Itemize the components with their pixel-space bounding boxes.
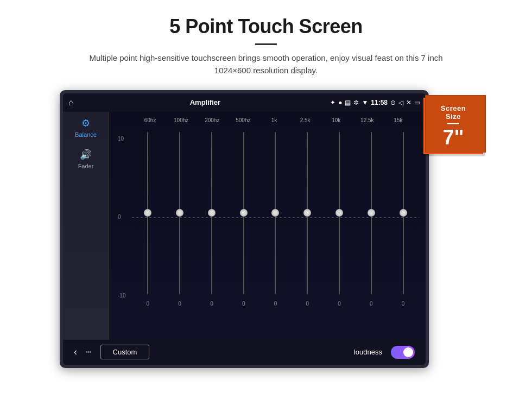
slider-val-7: 0 — [338, 301, 341, 307]
status-time: 11:58 — [371, 99, 388, 106]
bottom-bar: ‹ ••• Custom loudness — [63, 340, 426, 365]
freq-60hz: 60hz — [140, 117, 161, 123]
title-divider — [255, 43, 277, 45]
slider-200hz[interactable]: 0 — [201, 128, 223, 307]
freq-2-5k: 2.5k — [294, 117, 316, 123]
db-0: 0 — [118, 214, 130, 220]
eq-sidebar: ⚙ Balance 🔊 Fader — [63, 112, 109, 340]
slider-track-7[interactable] — [339, 132, 340, 294]
slider-1k[interactable]: 0 — [264, 128, 286, 307]
slider-val-1: 0 — [147, 301, 150, 307]
db-neg10: -10 — [118, 293, 130, 299]
slider-knob-3[interactable] — [208, 209, 216, 217]
slider-track-3[interactable] — [211, 132, 212, 294]
slider-500hz[interactable]: 0 — [233, 128, 255, 307]
page-title: 5 Point Touch Screen — [11, 15, 521, 38]
slider-knob-8[interactable] — [368, 209, 375, 217]
balance-label[interactable]: Balance — [75, 131, 97, 138]
slider-2-5k[interactable]: 0 — [296, 128, 318, 307]
slider-val-2: 0 — [178, 301, 181, 307]
image-icon: ▤ — [345, 99, 351, 106]
page-header: 5 Point Touch Screen Multiple point high… — [0, 0, 532, 83]
window-icon: ▭ — [414, 99, 420, 106]
slider-track-6[interactable] — [307, 132, 308, 294]
db-10: 10 — [118, 136, 130, 142]
badge-size: 7" — [432, 127, 474, 148]
bluetooth-icon: ✲ — [353, 99, 359, 106]
fader-icon[interactable]: 🔊 — [80, 149, 92, 161]
page-subtitle: Multiple point high-sensitive touchscree… — [71, 52, 461, 77]
slider-val-4: 0 — [242, 301, 245, 307]
slider-val-8: 0 — [370, 301, 373, 307]
device-container: Screen Size 7" ⌂ Amplifier ✦ ● ▤ ✲ ▼ 11:… — [60, 90, 472, 368]
slider-knob-7[interactable] — [335, 209, 343, 217]
db-scale: 10 0 -10 — [116, 128, 132, 307]
badge-divider — [447, 123, 459, 124]
device-frame: ⌂ Amplifier ✦ ● ▤ ✲ ▼ 11:58 ⊙ ◁ ✕ ▭ — [60, 90, 429, 368]
slider-track-5[interactable] — [275, 132, 276, 294]
eq-adjust-icon[interactable]: ⚙ — [81, 117, 90, 129]
eq-area: ⚙ Balance 🔊 Fader 60hz 100hz 200hz 500hz… — [63, 112, 426, 340]
slider-track-8[interactable] — [371, 132, 372, 294]
freq-labels: 60hz 100hz 200hz 500hz 1k 2.5k 10k 12.5k… — [116, 117, 419, 128]
slider-track-2[interactable] — [179, 132, 180, 294]
close-icon: ✕ — [406, 99, 411, 106]
slider-track-4[interactable] — [243, 132, 244, 294]
freq-200hz: 200hz — [201, 117, 223, 123]
loudness-label: loudness — [354, 348, 382, 356]
slider-track-1[interactable] — [147, 132, 148, 294]
slider-val-5: 0 — [274, 301, 277, 307]
eq-sliders: 0 0 — [132, 128, 419, 307]
badge-label: Screen Size — [432, 104, 474, 121]
slider-10k[interactable]: 0 — [328, 128, 350, 307]
slider-15k[interactable]: 0 — [392, 128, 414, 307]
slider-12-5k[interactable]: 0 — [360, 128, 382, 307]
slider-knob-6[interactable] — [303, 209, 311, 217]
slider-knob-9[interactable] — [400, 209, 407, 217]
slider-knob-2[interactable] — [176, 209, 183, 217]
top-bar: ⌂ Amplifier ✦ ● ▤ ✲ ▼ 11:58 ⊙ ◁ ✕ ▭ — [63, 93, 426, 112]
app-title: Amplifier — [80, 98, 330, 106]
freq-10k: 10k — [325, 117, 347, 123]
freq-15k: 15k — [387, 117, 409, 123]
volume-icon: ◁ — [398, 99, 403, 106]
slider-knob-5[interactable] — [271, 209, 279, 217]
dots-indicator: ••• — [86, 349, 92, 355]
slider-knob-1[interactable] — [144, 209, 151, 217]
back-button[interactable]: ‹ — [74, 346, 77, 358]
slider-val-6: 0 — [306, 301, 309, 307]
loudness-toggle[interactable] — [391, 346, 415, 359]
usb-icon: ✦ — [330, 99, 335, 106]
fader-label[interactable]: Fader — [78, 163, 94, 169]
status-icons: ✦ ● ▤ ✲ ▼ 11:58 ⊙ ◁ ✕ ▭ — [330, 99, 420, 106]
toggle-knob — [403, 347, 413, 357]
home-icon[interactable]: ⌂ — [68, 98, 74, 107]
custom-button[interactable]: Custom — [100, 345, 150, 359]
screen-size-badge: Screen Size 7" — [423, 98, 483, 154]
slider-60hz[interactable]: 0 — [137, 128, 159, 307]
freq-1k: 1k — [263, 117, 285, 123]
freq-500hz: 500hz — [232, 117, 254, 123]
slider-knob-4[interactable] — [240, 209, 248, 217]
freq-12-5k: 12.5k — [356, 117, 378, 123]
eq-main: 60hz 100hz 200hz 500hz 1k 2.5k 10k 12.5k… — [109, 112, 426, 340]
eq-graph-area: 10 0 -10 0 — [116, 128, 419, 307]
slider-track-9[interactable] — [403, 132, 404, 294]
camera-icon: ⊙ — [390, 99, 396, 106]
device-screen: ⌂ Amplifier ✦ ● ▤ ✲ ▼ 11:58 ⊙ ◁ ✕ ▭ — [63, 93, 426, 365]
wifi-icon: ▼ — [362, 99, 368, 106]
slider-100hz[interactable]: 0 — [169, 128, 191, 307]
dot-icon: ● — [338, 99, 342, 106]
slider-val-3: 0 — [210, 301, 213, 307]
freq-100hz: 100hz — [170, 117, 192, 123]
slider-val-9: 0 — [402, 301, 405, 307]
